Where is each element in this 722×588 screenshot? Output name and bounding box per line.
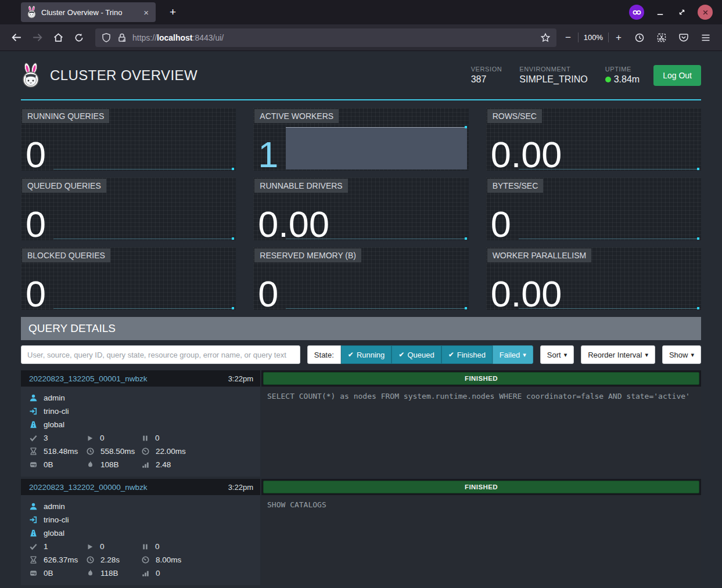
query-resource-group: global [44,420,64,429]
stat-value: 0.00 [258,206,329,243]
filter-finished-button[interactable]: ✔Finished [441,345,493,364]
completed-splits: 3 [44,434,48,442]
version-label: VERSION [471,66,502,73]
current-memory: 0B [44,569,53,578]
query-id-link[interactable]: 20220823_132205_00001_nwbzk [29,374,147,383]
url-text[interactable]: https://localhost:8443/ui/ [132,33,224,42]
query-details-panel: admin trino-cli global 3 0 0 518.48ms 55… [21,387,260,477]
page-title: CLUSTER OVERVIEW [50,67,197,84]
close-button[interactable] [698,5,713,20]
back-button[interactable] [7,28,26,47]
show-dropdown[interactable]: Show▾ [662,345,701,364]
elapsed-time: 2.28s [100,555,120,564]
filter-queued-button[interactable]: ✔Queued [391,345,441,364]
stat-label: ROWS/SEC [487,109,542,123]
parallelism-icon [141,569,150,578]
stat-label: BLOCKED QUERIES [22,248,110,262]
cluster-meta: VERSION 387 ENVIRONMENT SIMPLE_TRINO UPT… [471,66,640,85]
caret-down-icon: ▾ [523,352,526,358]
version-value: 387 [471,74,502,85]
screenshot-button[interactable] [652,28,671,47]
environment-label: ENVIRONMENT [519,66,587,73]
query-time: 3:22pm [228,374,253,383]
parallelism: 0 [156,569,160,578]
url-bar[interactable]: https://localhost:8443/ui/ [95,28,556,47]
query-source: trino-cli [44,515,69,524]
cumulative-memory: 108B [100,460,119,469]
sparkline-dot [232,168,234,170]
sparkline-dot [232,237,234,240]
running-splits-icon [86,434,94,442]
environment-block: ENVIRONMENT SIMPLE_TRINO [519,66,587,85]
check-icon: ✔ [348,351,354,359]
history-button[interactable] [630,28,649,47]
zoom-out-button[interactable]: − [563,32,573,44]
stat-label: RUNNABLE DRIVERS [254,179,347,193]
elapsed-time: 558.50ms [100,447,135,456]
stat-card-active-workers: ACTIVE WORKERS 1 [253,108,468,171]
sort-label: Sort [547,351,561,359]
minimize-button[interactable] [653,6,666,19]
menu-button[interactable] [696,28,715,47]
completed-splits: 1 [44,542,48,551]
cumulative-memory-icon [86,460,95,469]
query-details-panel: admin trino-cli global 1 0 0 626.37ms 2.… [21,495,260,585]
stat-card-bytes-sec: BYTES/SEC 0 [486,178,701,240]
stat-card-rows-sec: ROWS/SEC 0.00 [486,108,701,171]
completed-splits-icon [29,434,38,442]
stat-label: BYTES/SEC [487,179,544,193]
cumulative-memory: 118B [100,569,118,578]
uptime-value: 3.84m [614,74,640,85]
zoom-level[interactable]: 100% [584,33,603,42]
toolbar-extensions [630,28,715,47]
parallelism: 2.48 [156,460,171,469]
user-icon [29,394,38,402]
tracking-shield-icon[interactable] [101,33,112,43]
browser-toolbar: https://localhost:8443/ui/ − 100% + [0,24,722,51]
query-id-link[interactable]: 20220823_132202_00000_nwbzk [29,483,147,492]
wall-time-icon [29,447,38,456]
bookmark-star-icon[interactable] [540,33,551,43]
state-label: State: [307,345,341,364]
reload-button[interactable] [70,28,88,47]
stat-value: 0.00 [491,136,562,173]
browser-tab[interactable]: Cluster Overview - Trino × [21,2,156,22]
cpu-time: 22.00ms [156,447,186,456]
query-search-input[interactable] [21,345,300,364]
caret-down-icon: ▾ [564,352,567,358]
stat-card-runnable-drivers: RUNNABLE DRIVERS 0.00 [253,178,468,240]
restore-button[interactable] [676,6,688,19]
current-memory-icon [29,569,38,578]
parallelism-icon [141,460,150,469]
zoom-in-button[interactable]: + [614,32,623,44]
stat-card-worker-parallelism: WORKER PARALLELISM 0.00 [486,247,701,310]
filter-running-button[interactable]: ✔Running [341,345,392,364]
stat-label: QUEUED QUERIES [22,179,106,193]
forward-button[interactable] [28,28,46,47]
wall-time: 518.48ms [44,447,78,456]
pocket-button[interactable] [674,28,693,47]
tab-close-icon[interactable]: × [141,7,151,18]
status-badge: FINISHED [263,372,699,385]
version-block: VERSION 387 [471,66,502,85]
sort-dropdown[interactable]: Sort▾ [540,345,574,364]
filter-label: Failed [500,351,520,359]
trino-logo [21,63,41,88]
new-tab-button[interactable]: + [165,6,181,19]
url-host: localhost [157,33,192,42]
stat-card-reserved-memory: RESERVED MEMORY (B) 0 [253,247,468,310]
cpu-time: 8.00ms [156,555,181,564]
filter-failed-dropdown[interactable]: Failed▾ [493,345,533,364]
query-sql-text: SHOW CATALOGS [261,495,701,585]
home-button[interactable] [49,28,67,47]
stat-value: 0.00 [491,276,562,312]
zoom-controls: − 100% + [563,32,623,44]
sparkline [53,239,234,239]
lock-warning-icon[interactable] [117,33,127,43]
reorder-interval-dropdown[interactable]: Reorder Interval▾ [581,345,655,364]
elapsed-time-icon [86,447,95,456]
cpu-time-icon [141,555,150,564]
queued-splits: 0 [155,434,160,442]
trino-cluster-overview-page: CLUSTER OVERVIEW VERSION 387 ENVIRONMENT… [0,51,722,588]
logout-button[interactable]: Log Out [653,65,701,86]
